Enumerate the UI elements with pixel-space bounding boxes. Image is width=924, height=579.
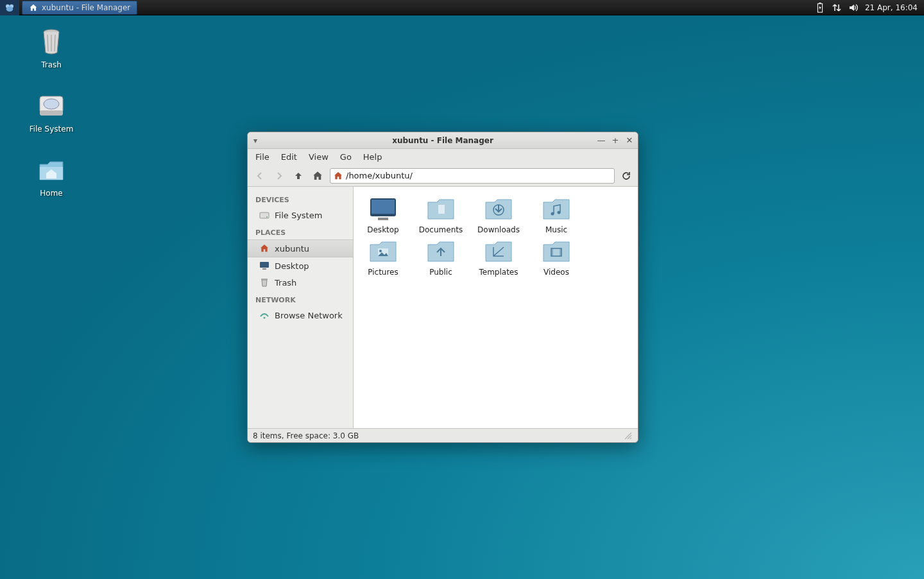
desktop-icon-label: File System — [30, 125, 74, 134]
svg-rect-21 — [378, 218, 388, 220]
window-title: xubuntu - File Manager — [248, 136, 638, 145]
nav-back-button[interactable] — [253, 169, 267, 183]
window-menu-button[interactable]: ▾ — [248, 136, 263, 145]
file-manager-window: ▾ xubuntu - File Manager — + ✕ File Edit… — [247, 132, 638, 443]
xfce-mouse-icon — [4, 2, 15, 13]
folder-label: Videos — [543, 268, 569, 277]
sidebar-item-filesystem[interactable]: File System — [248, 207, 353, 223]
sidebar-item-browse-network[interactable]: Browse Network — [248, 307, 353, 324]
statusbar-text: 8 items, Free space: 3.0 GB — [253, 431, 359, 440]
desktop-icon-label: Home — [40, 189, 62, 198]
window-maximize-button[interactable]: + — [611, 136, 620, 145]
window-close-button[interactable]: ✕ — [625, 136, 634, 145]
menubar: File Edit View Go Help — [248, 149, 638, 165]
nav-up-button[interactable] — [291, 169, 305, 183]
taskbar-app-label: xubuntu - File Manager — [42, 3, 130, 12]
sidebar-item-trash[interactable]: Trash — [248, 274, 353, 291]
sidebar-item-label: Desktop — [275, 261, 309, 271]
menu-go[interactable]: Go — [340, 152, 352, 162]
menu-file[interactable]: File — [255, 152, 270, 162]
menu-edit[interactable]: Edit — [281, 152, 297, 162]
home-icon — [29, 3, 38, 12]
home-icon — [312, 170, 323, 182]
arrow-left-icon — [255, 171, 265, 181]
downloads-folder-icon — [483, 196, 514, 221]
svg-rect-29 — [551, 248, 553, 256]
path-input[interactable] — [346, 171, 612, 180]
menu-view[interactable]: View — [309, 152, 329, 162]
pictures-folder-icon — [368, 238, 398, 264]
svg-rect-30 — [560, 248, 561, 256]
sidebar-item-label: Trash — [275, 278, 296, 288]
svg-rect-12 — [40, 110, 63, 116]
svg-marker-5 — [819, 5, 821, 10]
desktop-icon-home[interactable]: Home — [26, 154, 77, 198]
folder-label: Pictures — [368, 268, 398, 277]
folder-videos[interactable]: Videos — [533, 238, 579, 277]
start-menu-button[interactable] — [0, 0, 19, 15]
volume-icon[interactable] — [848, 3, 859, 13]
resize-grip-icon[interactable] — [624, 431, 633, 440]
svg-point-2 — [6, 6, 13, 12]
window-titlebar[interactable]: ▾ xubuntu - File Manager — + ✕ — [248, 132, 638, 149]
svg-point-25 — [558, 211, 561, 214]
reload-button[interactable] — [620, 169, 633, 182]
svg-point-24 — [551, 212, 554, 216]
svg-rect-16 — [262, 268, 266, 270]
svg-point-11 — [44, 99, 59, 109]
system-tray: 21 Apr, 16:04 — [815, 3, 924, 13]
folder-label: Documents — [419, 225, 463, 234]
folder-templates[interactable]: Templates — [475, 238, 522, 277]
svg-rect-20 — [372, 200, 395, 214]
folder-public[interactable]: Public — [418, 238, 464, 277]
folder-pictures[interactable]: Pictures — [360, 238, 406, 277]
folder-label: Music — [545, 225, 567, 234]
arrow-up-icon — [293, 171, 304, 181]
folder-home-icon — [36, 154, 67, 185]
network-icon[interactable] — [832, 3, 842, 13]
sidebar-item-xubuntu[interactable]: xubuntu — [248, 239, 353, 257]
drive-icon — [36, 90, 67, 121]
svg-point-14 — [266, 216, 268, 218]
desktop-icons: Trash File System Home — [26, 26, 77, 218]
clock[interactable]: 21 Apr, 16:04 — [865, 3, 918, 12]
folder-documents[interactable]: Documents — [418, 196, 464, 234]
svg-rect-17 — [261, 279, 268, 280]
sidebar-item-label: Browse Network — [275, 311, 343, 320]
folder-label: Desktop — [367, 225, 399, 234]
home-icon — [259, 243, 270, 254]
sidebar-section-network: NETWORK — [248, 291, 353, 307]
svg-rect-22 — [438, 205, 445, 214]
desktop-folder-icon — [368, 196, 398, 221]
desktop-icon — [259, 261, 270, 271]
path-bar[interactable] — [330, 168, 615, 184]
reload-icon — [621, 171, 631, 181]
taskbar-app-filemanager[interactable]: xubuntu - File Manager — [22, 1, 137, 15]
folder-music[interactable]: Music — [533, 196, 579, 234]
desktop-icon-trash[interactable]: Trash — [26, 26, 77, 69]
sidebar-item-label: File System — [275, 211, 322, 220]
nav-forward-button[interactable] — [272, 169, 286, 183]
home-icon — [333, 171, 343, 181]
sidebar-item-desktop[interactable]: Desktop — [248, 257, 353, 274]
battery-icon[interactable] — [815, 3, 825, 13]
network-icon — [259, 310, 270, 320]
folder-desktop[interactable]: Desktop — [360, 196, 406, 234]
desktop-icon-label: Trash — [41, 60, 62, 69]
desktop-icon-filesystem[interactable]: File System — [26, 90, 77, 134]
folder-label: Downloads — [477, 225, 520, 234]
menu-help[interactable]: Help — [363, 152, 382, 162]
svg-rect-4 — [819, 3, 821, 4]
sidebar-item-label: xubuntu — [275, 244, 309, 254]
documents-folder-icon — [425, 196, 456, 221]
nav-home-button[interactable] — [311, 169, 325, 183]
music-folder-icon — [541, 196, 572, 221]
folder-downloads[interactable]: Downloads — [475, 196, 522, 234]
folder-label: Templates — [479, 268, 518, 277]
window-minimize-button[interactable]: — — [597, 136, 606, 145]
public-folder-icon — [425, 238, 456, 264]
trash-icon — [259, 277, 270, 288]
arrow-right-icon — [274, 171, 284, 181]
folder-view[interactable]: Desktop Documents Downloads Music Pictur… — [354, 187, 638, 428]
sidebar: DEVICES File System PLACES xubuntu Deskt… — [248, 187, 354, 428]
